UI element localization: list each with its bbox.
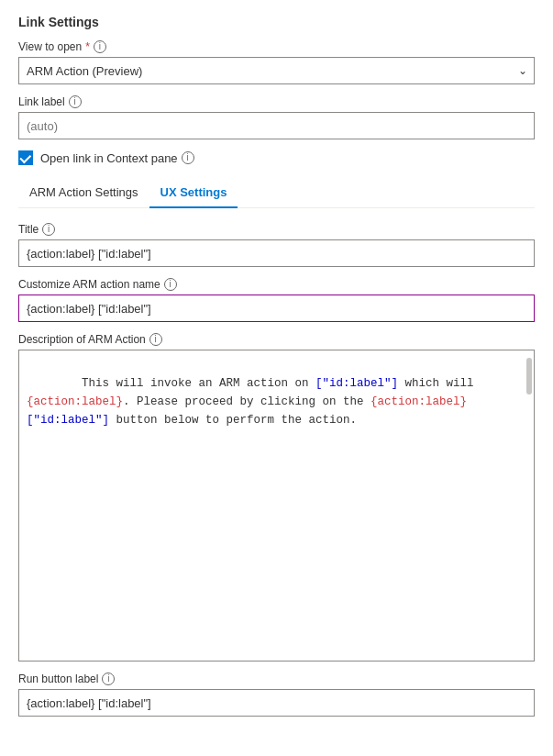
tabs-row: ARM Action Settings UX Settings xyxy=(18,178,535,208)
customize-arm-input[interactable] xyxy=(18,295,535,322)
scrollbar[interactable] xyxy=(526,358,532,395)
title-group: Title i xyxy=(18,223,535,267)
checkbox-info-icon[interactable]: i xyxy=(182,151,194,164)
view-to-open-label: View to open * i xyxy=(18,40,535,53)
link-label-input[interactable] xyxy=(18,112,535,139)
open-in-context-label: Open link in Context pane i xyxy=(40,151,194,165)
title-input[interactable] xyxy=(18,239,535,267)
view-to-open-select-wrapper: ARM Action (Preview) ⌄ xyxy=(18,57,535,84)
description-group: Description of ARM Action i This will in… xyxy=(18,333,535,662)
link-label-label: Link label i xyxy=(18,95,535,108)
customize-info-icon[interactable]: i xyxy=(164,278,177,291)
view-to-open-group: View to open * i ARM Action (Preview) ⌄ xyxy=(18,40,535,84)
run-button-info-icon[interactable]: i xyxy=(102,673,115,685)
run-button-group: Run button label i xyxy=(18,673,535,717)
description-label: Description of ARM Action i xyxy=(18,333,535,346)
required-star: * xyxy=(85,40,90,53)
customize-arm-label: Customize ARM action name i xyxy=(18,278,535,291)
view-to-open-info-icon[interactable]: i xyxy=(94,40,106,53)
run-button-input[interactable] xyxy=(18,689,535,717)
link-label-group: Link label i xyxy=(18,95,535,139)
description-textarea[interactable]: This will invoke an ARM action on ["id:l… xyxy=(18,350,535,662)
description-info-icon[interactable]: i xyxy=(149,333,162,346)
link-label-info-icon[interactable]: i xyxy=(69,95,82,108)
title-info-icon[interactable]: i xyxy=(42,223,55,236)
tab-ux-settings[interactable]: UX Settings xyxy=(149,178,238,208)
section-title: Link Settings xyxy=(18,15,535,29)
view-to-open-select[interactable]: ARM Action (Preview) xyxy=(18,57,535,84)
open-in-context-checkbox[interactable] xyxy=(18,150,33,165)
open-in-context-row: Open link in Context pane i xyxy=(18,150,535,165)
run-button-label: Run button label i xyxy=(18,673,535,685)
tab-arm-action-settings[interactable]: ARM Action Settings xyxy=(18,178,149,208)
title-label: Title i xyxy=(18,223,535,236)
description-text: This will invoke an ARM action on ["id:l… xyxy=(27,356,526,448)
customize-arm-group: Customize ARM action name i xyxy=(18,278,535,322)
